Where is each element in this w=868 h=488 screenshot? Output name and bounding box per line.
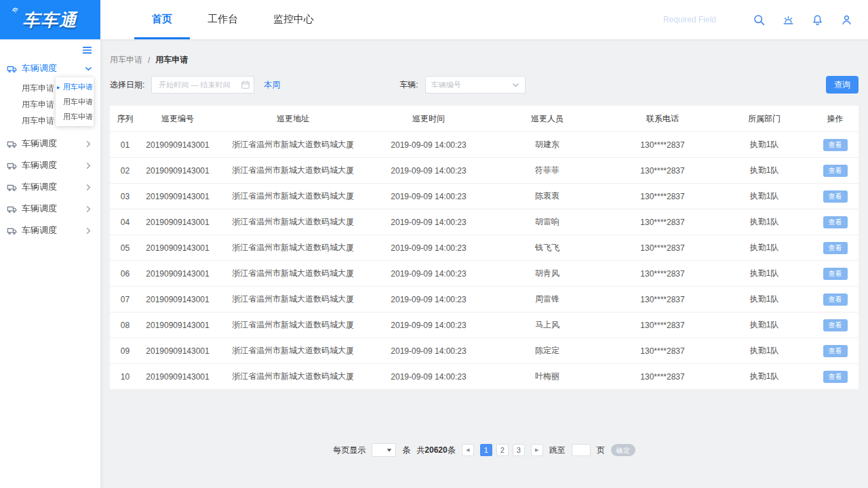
table-cell: 浙江省温州市新城大道数码城大厦 [215, 216, 371, 228]
jump-page-input[interactable] [572, 444, 591, 456]
sidebar-group-label: 车辆调度 [22, 62, 57, 75]
table-cell: 01 [110, 140, 140, 150]
table-cell: 130****2837 [608, 192, 717, 201]
table-header-row: 序列巡更编号巡更地址巡更时间巡更人员联系电话所属部门操作 [110, 106, 859, 131]
table-cell: 马上风 [486, 319, 608, 331]
table-header-cell: 序列 [110, 113, 140, 125]
sidebar-item[interactable]: 车辆调度 [0, 176, 100, 198]
table-cell: 130****2837 [608, 321, 717, 330]
table-action-cell: 查看 [812, 216, 859, 228]
table-cell: 执勤1队 [717, 371, 812, 382]
table-action-cell: 查看 [812, 293, 859, 306]
view-button[interactable]: 查看 [823, 345, 848, 357]
table-cell: 2019-09-09 14:00:23 [371, 192, 486, 201]
view-button[interactable]: 查看 [823, 165, 848, 177]
sidebar-item-label: 车辆调度 [22, 138, 57, 150]
bell-icon[interactable] [811, 14, 824, 26]
table-action-cell: 查看 [812, 319, 859, 331]
car-icon [7, 182, 17, 192]
total-number: 20620 [425, 445, 447, 455]
flyout-item[interactable]: 用车申请 [56, 94, 94, 109]
chevron-right-icon [85, 162, 92, 169]
chevron-down-icon [85, 65, 92, 73]
menu-icon[interactable] [82, 45, 92, 55]
sidebar-item[interactable]: 车辆调度 [0, 155, 100, 176]
table-cell: 2019-09-09 14:00:23 [371, 295, 486, 304]
nav-tab[interactable]: 首页 [134, 0, 190, 39]
table-cell: 执勤1队 [717, 319, 812, 331]
table-cell: 04 [110, 218, 140, 227]
user-icon[interactable] [840, 14, 853, 26]
date-range-input[interactable] [151, 76, 254, 94]
sidebar-group-vehicle-dispatch[interactable]: 车辆调度 [0, 57, 100, 80]
required-field-text: Required Field [663, 15, 716, 24]
view-button[interactable]: 查看 [823, 319, 848, 331]
sidebar-item-label: 车辆调度 [22, 203, 57, 215]
alarm-icon[interactable] [782, 14, 795, 26]
chevron-right-icon [85, 227, 92, 235]
sidebar-collapse[interactable] [0, 39, 100, 57]
confirm-button[interactable]: 确定 [611, 444, 635, 456]
table-cell: 2019-09-09 14:00:23 [371, 166, 486, 176]
table-row: 0620190909143001浙江省温州市新城大道数码城大厦2019-09-0… [110, 260, 859, 286]
date-range-field [151, 76, 254, 94]
per-page-select[interactable] [372, 443, 396, 457]
table-cell: 执勤1队 [717, 268, 812, 279]
nav-tab[interactable]: 监控中心 [256, 0, 332, 39]
view-button[interactable]: 查看 [823, 216, 848, 228]
query-button[interactable]: 查询 [826, 76, 859, 94]
table-cell: 130****2837 [608, 166, 717, 176]
chevron-right-icon [85, 205, 92, 213]
view-button[interactable]: 查看 [823, 242, 848, 254]
table-action-cell: 查看 [812, 190, 859, 203]
unit-label: 条 [402, 445, 410, 456]
table-header-cell: 联系电话 [608, 113, 717, 125]
view-button[interactable]: 查看 [823, 190, 848, 203]
sidebar-item-label: 车辆调度 [22, 224, 57, 237]
sidebar-item[interactable]: 车辆调度 [0, 133, 100, 155]
table-cell: 执勤1队 [717, 165, 812, 176]
table-cell: 20190909143001 [140, 166, 215, 176]
table-cell: 2019-09-09 14:00:23 [371, 372, 486, 382]
sidebar-item-label: 车辆调度 [22, 181, 57, 193]
page-number-button[interactable]: 2 [496, 444, 509, 456]
table-cell: 20190909143001 [140, 192, 215, 201]
view-button[interactable]: 查看 [823, 371, 848, 383]
view-button[interactable]: 查看 [823, 293, 848, 306]
flyout-item[interactable]: 用车申请 [56, 109, 94, 124]
breadcrumb-parent[interactable]: 用车申请 [110, 54, 142, 66]
table-cell: 130****2837 [608, 346, 717, 356]
table-cell: 2019-09-09 14:00:23 [371, 346, 486, 356]
table-cell: 20190909143001 [140, 295, 215, 304]
vehicle-select[interactable]: 车辆编号 [425, 76, 526, 94]
flyout-item[interactable]: 用车申请 [56, 79, 94, 94]
table-cell: 浙江省温州市新城大道数码城大厦 [215, 242, 371, 253]
sidebar-item[interactable]: 车辆调度 [0, 220, 100, 241]
breadcrumb-current: 用车申请 [155, 54, 188, 66]
prev-page-button[interactable]: ◀ [462, 444, 474, 456]
table-cell: 2019-09-09 14:00:23 [371, 243, 486, 253]
table-header-cell: 巡更编号 [140, 113, 215, 125]
table-cell: 20190909143001 [140, 243, 215, 253]
table-row: 0520190909143001浙江省温州市新城大道数码城大厦2019-09-0… [110, 235, 859, 260]
table-cell: 叶梅丽 [486, 371, 608, 382]
sidebar-item[interactable]: 车辆调度 [0, 198, 100, 220]
header-actions: Required Field [663, 0, 868, 39]
table-body: 0120190909143001浙江省温州市新城大道数码城大厦2019-09-0… [110, 131, 859, 389]
search-icon[interactable] [753, 14, 766, 26]
next-page-button[interactable]: ▶ [531, 444, 543, 456]
table-cell: 2019-09-09 14:00:23 [371, 218, 486, 227]
table-cell: 浙江省温州市新城大道数码城大厦 [215, 293, 371, 305]
page-number-button[interactable]: 3 [513, 444, 525, 456]
vehicle-label: 车辆: [399, 79, 418, 91]
this-week-link[interactable]: 本周 [264, 79, 280, 91]
page-number-button[interactable]: 1 [480, 444, 492, 456]
view-button[interactable]: 查看 [823, 139, 848, 151]
calendar-icon[interactable] [241, 80, 250, 89]
view-button[interactable]: 查看 [823, 268, 848, 280]
app: { "logo": { "title": "车车通" }, "header": … [0, 0, 868, 488]
table-cell: 胡雷响 [486, 216, 608, 228]
table-row: 0720190909143001浙江省温州市新城大道数码城大厦2019-09-0… [110, 286, 859, 312]
nav-tab[interactable]: 工作台 [190, 0, 256, 39]
table-cell: 07 [110, 295, 140, 304]
